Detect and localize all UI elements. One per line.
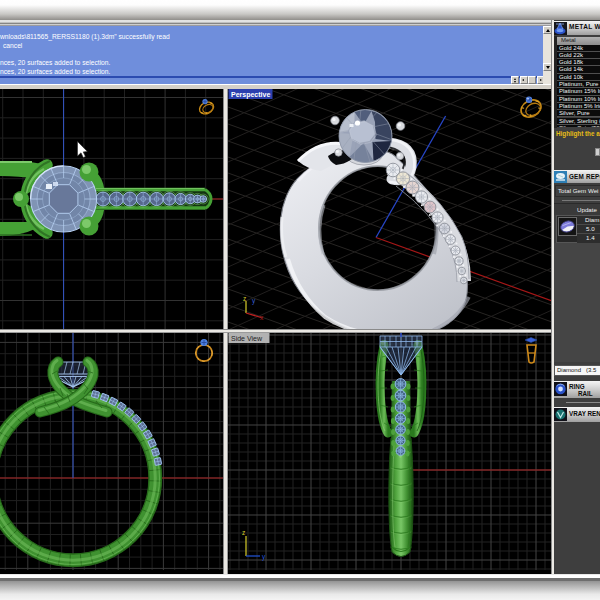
svg-text:z: z: [243, 295, 246, 302]
svg-text:Side View: Side View: [231, 335, 263, 342]
svg-text:z: z: [242, 529, 245, 536]
svg-text:Perspective: Perspective: [231, 91, 270, 99]
